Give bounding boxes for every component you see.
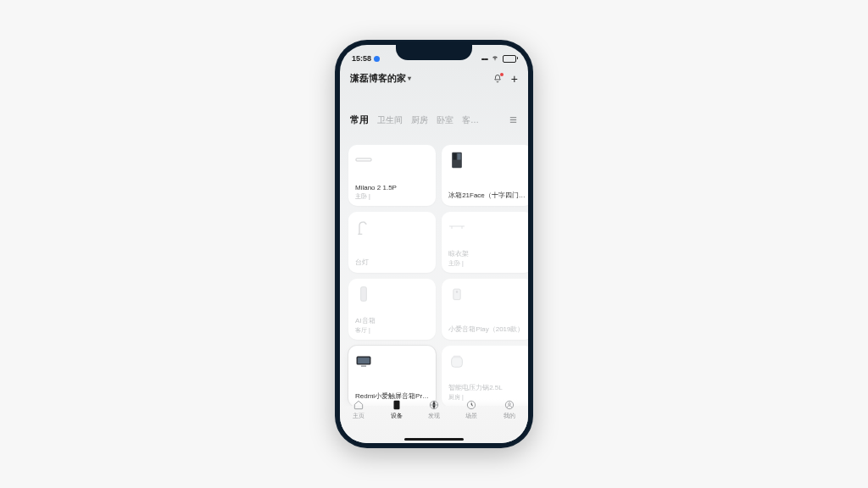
device-name: 台灯 [355,258,429,267]
svg-rect-0 [356,158,371,161]
home-indicator[interactable] [404,438,464,441]
device-name: AI音箱 [355,316,429,325]
device-grid-viewport[interactable]: Milano 2 1.5P 主卧 | 冰箱21Face（十字四门… [340,145,528,406]
device-card-fridge[interactable]: 冰箱21Face（十字四门… [442,145,528,206]
cellular-icon: •••• [481,55,487,63]
title-bar: 潇磊博客的家 ▾ + [340,69,528,92]
svg-rect-3 [458,153,461,160]
bottom-nav: 主页 设备 发现 场景 [340,399,528,443]
device-sub: 客厅 | [355,326,429,335]
device-card-redmi-display[interactable]: Redmi小爱触屏音箱Pr… [348,346,436,406]
display-icon [355,352,372,369]
lamp-icon [355,219,372,236]
stage: 15:58 •••• 潇磊博客的家 ▾ [0,0,868,488]
svg-rect-11 [453,356,461,358]
nav-label: 主页 [353,413,364,420]
device-name: 小爱音箱Play（2019款） [448,324,526,334]
cooker-icon [448,352,465,369]
tab-bathroom[interactable]: 卫生间 [377,114,403,126]
profile-icon [504,399,515,411]
ac-unit-icon [355,152,372,169]
phone-notch [396,45,472,60]
phone-screen: 15:58 •••• 潇磊博客的家 ▾ [340,45,528,443]
svg-point-6 [456,291,459,293]
device-sub: 主卧 | [355,192,429,201]
scene-icon [465,399,477,411]
svg-rect-8 [358,358,370,363]
tab-living[interactable]: 客… [462,114,479,126]
notification-dot-icon [500,73,504,76]
tab-frequent[interactable]: 常用 [350,114,369,126]
device-card-cooker[interactable]: 智能电压力锅2.5L 厨房 | [442,346,528,406]
fridge-icon [448,152,465,169]
device-card-ai-speaker[interactable]: AI音箱 客厅 | [348,279,436,340]
nav-scenes[interactable]: 场景 [465,399,477,420]
nav-discover[interactable]: 发现 [428,399,440,420]
device-card-xiaoai-play[interactable]: 小爱音箱Play（2019款） [442,279,528,340]
svg-rect-10 [452,357,463,367]
device-card-ac[interactable]: Milano 2 1.5P 主卧 | [348,145,436,206]
room-tabs: 常用 卫生间 厨房 卧室 客… [340,92,528,131]
device-name: 冰箱21Face（十字四门… [448,191,526,200]
svg-point-18 [508,402,510,405]
device-card-lamp[interactable]: 台灯 [348,212,436,273]
status-time: 15:58 [352,54,371,63]
speaker-small-icon [448,286,465,302]
notifications-button[interactable] [492,74,503,84]
nav-profile[interactable]: 我的 [504,399,515,420]
phone-frame: 15:58 •••• 潇磊博客的家 ▾ [335,40,533,448]
nav-label: 发现 [428,413,440,420]
wifi-icon [491,54,499,63]
svg-rect-14 [393,401,399,410]
svg-rect-4 [361,287,367,302]
nav-label: 设备 [391,413,403,420]
discover-icon [428,399,440,411]
device-sub: 主卧 | [448,259,526,268]
device-name: 智能电压力锅2.5L [448,383,526,392]
speaker-tall-icon [355,286,372,302]
device-card-rack[interactable]: 晾衣架 主卧 | [442,212,528,273]
nav-home[interactable]: 主页 [353,399,364,420]
tab-kitchen[interactable]: 厨房 [411,114,428,126]
tabs-more-button[interactable] [509,115,518,125]
chevron-down-icon: ▾ [408,75,411,82]
home-selector[interactable]: 潇磊博客的家 ▾ [350,72,411,85]
header-actions: + [492,74,518,84]
nav-devices[interactable]: 设备 [391,399,403,420]
device-grid: Milano 2 1.5P 主卧 | 冰箱21Face（十字四门… [348,145,520,406]
add-button[interactable]: + [511,74,518,84]
tab-bedroom[interactable]: 卧室 [437,114,453,126]
device-name: 晾衣架 [448,249,526,258]
battery-icon [503,55,516,63]
home-icon [353,399,364,411]
status-right: •••• [481,54,516,63]
svg-rect-2 [453,153,457,160]
devices-icon [391,399,403,411]
status-left: 15:58 [352,54,380,63]
svg-rect-5 [453,289,460,300]
rack-icon [448,219,465,236]
nav-label: 场景 [465,413,477,420]
home-name-label: 潇磊博客的家 [350,72,406,85]
location-indicator-icon [374,56,380,62]
device-name: Milano 2 1.5P [355,184,429,191]
svg-rect-9 [361,365,366,367]
nav-label: 我的 [504,413,515,420]
